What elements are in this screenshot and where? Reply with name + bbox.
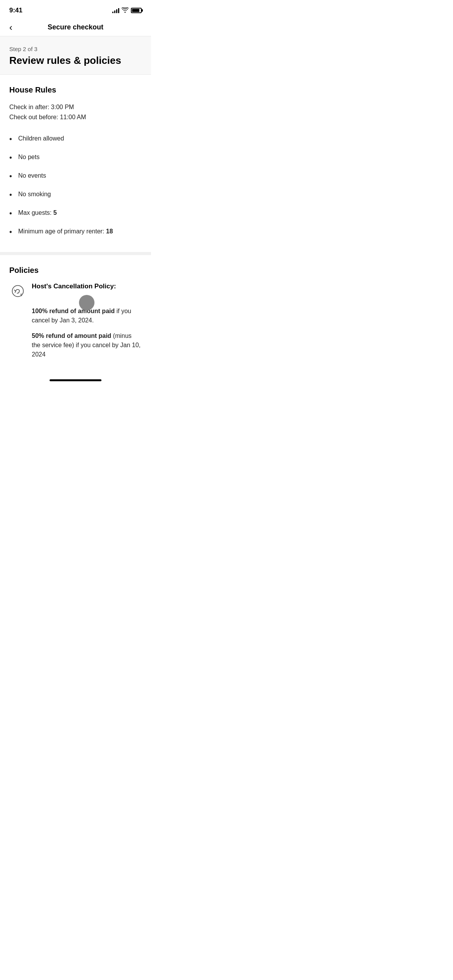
list-item: Max guests: 5 bbox=[9, 204, 142, 223]
check-out-text: Check out before: 11:00 AM bbox=[9, 112, 142, 122]
refund-bold-2: 50% refund of amount paid bbox=[32, 332, 111, 339]
check-in-info: Check in after: 3:00 PM Check out before… bbox=[9, 102, 142, 122]
list-item: Minimum age of primary renter: 18 bbox=[9, 223, 142, 241]
step-section: Step 2 of 3 Review rules & policies bbox=[0, 36, 151, 75]
policy-detail-2: 50% refund of amount paid (minus the ser… bbox=[32, 331, 142, 359]
refund-bold-1: 100% refund of amount paid bbox=[32, 308, 115, 314]
check-in-text: Check in after: 3:00 PM bbox=[9, 102, 142, 112]
list-item: No smoking bbox=[9, 185, 142, 204]
list-item: No events bbox=[9, 167, 142, 185]
step-label: Step 2 of 3 bbox=[9, 46, 142, 52]
cancellation-title: Host's Cancellation Policy: bbox=[32, 283, 142, 290]
cancellation-icon: $ bbox=[9, 283, 26, 300]
rule-text: No smoking bbox=[18, 190, 51, 199]
list-item: No pets bbox=[9, 148, 142, 167]
status-time: 9:41 bbox=[9, 7, 22, 14]
rule-text: Minimum age of primary renter: 18 bbox=[18, 227, 113, 236]
policies-section: Policies $ Host's Cancellation Policy: 1… bbox=[0, 252, 151, 376]
cancellation-content: Host's Cancellation Policy: 100% refund … bbox=[32, 283, 142, 365]
rules-list: Children allowed No pets No events No sm… bbox=[9, 130, 142, 241]
signal-icon bbox=[112, 8, 119, 13]
nav-header: ‹ Secure checkout bbox=[0, 19, 151, 36]
svg-text:$: $ bbox=[20, 293, 22, 297]
rule-text: Max guests: 5 bbox=[18, 209, 57, 217]
scroll-dot bbox=[79, 295, 94, 310]
battery-icon bbox=[131, 8, 142, 13]
list-item: Children allowed bbox=[9, 130, 142, 148]
house-rules-section: House Rules Check in after: 3:00 PM Chec… bbox=[0, 75, 151, 252]
status-bar: 9:41 bbox=[0, 0, 151, 19]
policies-title: Policies bbox=[9, 266, 142, 275]
nav-title: Secure checkout bbox=[48, 23, 103, 31]
back-button[interactable]: ‹ bbox=[8, 21, 14, 34]
rule-text: Children allowed bbox=[18, 134, 64, 143]
house-rules-title: House Rules bbox=[9, 86, 142, 94]
rule-text: No pets bbox=[18, 153, 39, 161]
scroll-dot-container bbox=[32, 295, 142, 303]
step-title: Review rules & policies bbox=[9, 55, 142, 67]
cancellation-policy: $ Host's Cancellation Policy: 100% refun… bbox=[9, 283, 142, 365]
wifi-icon bbox=[122, 7, 129, 14]
status-icons bbox=[112, 7, 142, 14]
rule-text: No events bbox=[18, 171, 46, 180]
home-bar bbox=[50, 379, 101, 381]
home-indicator bbox=[0, 376, 151, 384]
